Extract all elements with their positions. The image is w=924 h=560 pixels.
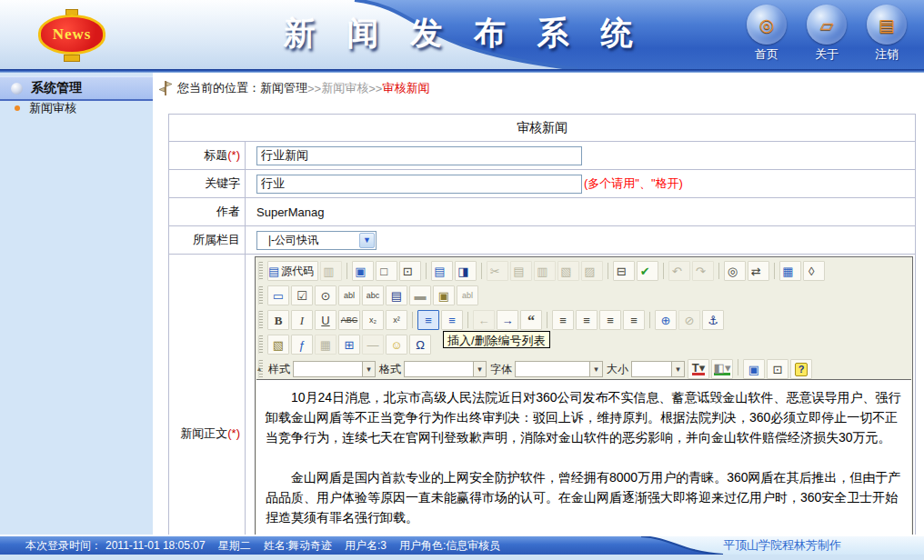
cut-icon[interactable]: ✂ <box>487 261 508 281</box>
title-input[interactable] <box>256 146 582 165</box>
select-arrow-icon[interactable]: ▼ <box>359 233 375 248</box>
blockquote-icon[interactable]: “ <box>520 310 542 330</box>
remove-format-icon[interactable]: ◊ <box>803 261 825 281</box>
nav-label: 关于 <box>815 46 839 63</box>
content-paragraph: 10月24日消息，北京市高级人民法院近日对360公司发布不实信息、蓄意诋毁金山软… <box>266 387 902 447</box>
button-icon[interactable]: ▬ <box>409 285 431 305</box>
form-icon[interactable]: ▭ <box>267 285 289 305</box>
align-left-icon[interactable]: ≡ <box>552 310 574 330</box>
breadcrumb: 您当前的位置： 新闻管理 >> 新闻审核 >> 审核新闻 <box>153 73 924 97</box>
breadcrumb-separator: >> <box>307 82 321 95</box>
font-dropdown[interactable] <box>515 361 589 377</box>
toolbar-separator <box>426 263 427 279</box>
logout-icon[interactable]: ▤ 注销 <box>862 5 911 63</box>
horizontal-rule-icon[interactable]: — <box>362 335 384 355</box>
hidden-field-icon[interactable]: abl <box>457 285 478 305</box>
about-icon[interactable]: ▱ 关于 <box>802 5 851 63</box>
editor-content-area[interactable]: 10月24日消息，北京市高级人民法院近日对360公司发布不实信息、蓄意诋毁金山软… <box>256 379 911 535</box>
insert-link-icon[interactable]: ⊕ <box>655 310 677 330</box>
paste-icon[interactable]: ▥ <box>534 261 556 281</box>
new-page-icon[interactable]: □ <box>376 261 397 281</box>
toolbar-separator <box>467 312 468 328</box>
dropdown-label: 大小 <box>607 362 628 377</box>
toolbar-handle[interactable] <box>258 262 263 280</box>
align-right-icon[interactable]: ≡ <box>599 310 621 330</box>
underline-icon[interactable]: U <box>315 310 336 330</box>
required-star: (*) <box>227 426 240 440</box>
insert-table-icon[interactable]: ⊞ <box>338 335 360 355</box>
smiley-icon[interactable]: ☺ <box>386 335 407 355</box>
bg-color-icon[interactable]: ◧▾ <box>711 359 733 379</box>
toolbar-handle[interactable] <box>258 335 263 354</box>
format-dropdown[interactable] <box>404 361 473 377</box>
footer: 本次登录时间： 2011-11-01 18:05:07 星期二 姓名:舞动奇迹 … <box>0 535 924 560</box>
italic-icon[interactable]: I <box>291 310 313 330</box>
style-dropdown[interactable] <box>293 361 362 377</box>
superscript-icon[interactable]: x² <box>386 310 407 330</box>
dropdown-arrow-icon[interactable]: ▾ <box>473 361 487 377</box>
size-dropdown[interactable] <box>631 361 671 377</box>
home-icon[interactable]: ◎ 首页 <box>742 5 791 63</box>
unordered-list-icon[interactable]: ≡ <box>441 310 463 330</box>
dropdown-arrow-icon[interactable]: ▾ <box>362 361 376 377</box>
ordered-list-icon[interactable]: ≡ <box>417 310 439 330</box>
radio-button-icon[interactable]: ⊙ <box>315 285 336 305</box>
align-center-icon[interactable]: ≡ <box>576 310 598 330</box>
select-field-icon[interactable]: ▤ <box>386 285 407 305</box>
toolbar-separator <box>649 312 650 328</box>
outdent-icon[interactable]: ← <box>473 310 495 330</box>
paste-word-icon[interactable]: ▨ <box>581 261 603 281</box>
textarea-icon[interactable]: abc <box>362 285 384 305</box>
copy-icon[interactable]: ▤ <box>510 261 532 281</box>
insert-image-icon[interactable]: ▧ <box>267 335 289 355</box>
image-button-icon[interactable]: ▣ <box>433 285 455 305</box>
print-icon[interactable]: ⊟ <box>613 261 635 281</box>
spell-check-icon[interactable]: ✔ <box>637 261 658 281</box>
keyword-input[interactable] <box>256 175 582 194</box>
indent-icon[interactable]: → <box>497 310 518 330</box>
print-preview-icon[interactable]: ◨ <box>455 261 477 281</box>
save-icon[interactable]: ▣ <box>352 261 374 281</box>
breadcrumb-news-management[interactable]: 新闻管理 <box>260 80 307 96</box>
remove-link-icon[interactable]: ⊘ <box>678 310 700 330</box>
doc-props-icon[interactable]: ▥ <box>320 261 342 281</box>
preview-icon[interactable]: ⊡ <box>399 261 421 281</box>
insert-media-icon[interactable]: ▦ <box>315 335 336 355</box>
toolbar-collapse-icon[interactable]: ▴ <box>257 365 266 374</box>
about-icon[interactable]: ? <box>790 359 812 379</box>
bold-icon[interactable]: B <box>267 310 289 330</box>
maximize-icon[interactable]: ▣ <box>743 359 765 379</box>
signpost-icon <box>158 80 173 96</box>
dropdown-arrow-icon[interactable]: ▾ <box>589 361 603 377</box>
insert-flash-icon[interactable]: ƒ <box>291 335 313 355</box>
templates-icon[interactable]: ▤ <box>431 261 453 281</box>
anchor-icon[interactable]: ⚓ <box>702 310 724 330</box>
toolbar-handle[interactable] <box>258 286 263 305</box>
category-select[interactable]: |-公司快讯 ▼ <box>256 231 377 250</box>
strikethrough-icon[interactable]: ABC <box>338 310 360 330</box>
undo-icon[interactable]: ↶ <box>668 261 690 281</box>
redo-icon[interactable]: ↷ <box>692 261 714 281</box>
breadcrumb-news-review[interactable]: 新闻审核 <box>321 80 368 96</box>
dropdown-arrow-icon[interactable]: ▾ <box>671 361 685 377</box>
align-justify-icon[interactable]: ≡ <box>623 310 645 330</box>
paste-text-icon[interactable]: ▧ <box>557 261 579 281</box>
dropdown-label: 字体 <box>490 362 512 377</box>
checkbox-icon[interactable]: ☑ <box>291 285 313 305</box>
subscript-icon[interactable]: x₂ <box>362 310 384 330</box>
user-id: 用户名:3 <box>345 538 387 554</box>
text-color-icon[interactable]: T▾ <box>688 359 709 379</box>
source-button[interactable]: ▤ 源代码 <box>267 261 318 281</box>
select-all-icon[interactable]: ▦ <box>779 261 801 281</box>
find-icon[interactable]: ◎ <box>724 261 746 281</box>
replace-icon[interactable]: ⇄ <box>748 261 769 281</box>
show-blocks-icon[interactable]: ⊡ <box>767 359 788 379</box>
required-star: (*) <box>227 148 240 162</box>
form-title: 审核新闻 <box>169 115 916 142</box>
special-char-icon[interactable]: Ω <box>409 335 431 355</box>
page-title: 新 闻 发 布 系 统 <box>264 12 664 55</box>
sidebar: 新闻管理 新闻管理 新闻审核 系统管理 <box>0 73 153 535</box>
content-field-label: 新闻正文(*) <box>169 255 246 535</box>
toolbar-handle[interactable] <box>258 311 263 329</box>
text-field-icon[interactable]: abl <box>338 285 360 305</box>
